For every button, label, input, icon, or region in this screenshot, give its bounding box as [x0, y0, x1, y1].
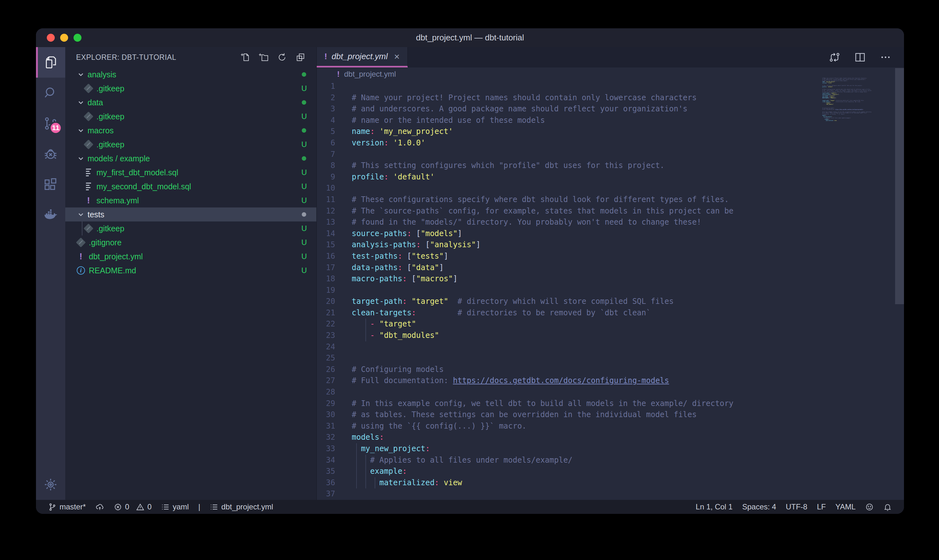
- split-editor-icon[interactable]: [854, 52, 866, 63]
- zoom-window-button[interactable]: [74, 34, 82, 42]
- code-line-8: 8# This setting configures which "profil…: [317, 160, 904, 171]
- code-line-31: 31# using the `{{ config(...) }}` macro.: [317, 421, 904, 432]
- linter-dbt-project[interactable]: dbt_project.yml: [210, 502, 273, 511]
- status-separator: |: [198, 502, 200, 511]
- minimize-window-button[interactable]: [60, 34, 68, 42]
- code-line-18: 18macro-paths: ["macros"]: [317, 273, 904, 285]
- open-changes-icon[interactable]: [829, 52, 840, 63]
- problems-indicator[interactable]: 0 0: [114, 502, 152, 511]
- minimap[interactable]: # Name your project! Project names shoul…: [822, 76, 894, 274]
- tree-item-my-second-dbt-model-sql[interactable]: my_second_dbt_model.sqlU: [65, 180, 316, 194]
- chevron-down-icon: [76, 211, 86, 218]
- tree-item-data[interactable]: data: [65, 95, 316, 109]
- tab-close-icon[interactable]: ×: [394, 51, 400, 62]
- line-number: 11: [317, 194, 335, 206]
- code-line-35: 35 example:: [317, 466, 904, 477]
- notifications-bell-icon[interactable]: [883, 503, 892, 511]
- activity-search[interactable]: [36, 78, 65, 108]
- tree-item-label: .gitkeep: [97, 224, 125, 233]
- activity-bar: 11: [36, 47, 65, 500]
- tree-item--gitkeep[interactable]: .gitkeepU: [65, 82, 316, 95]
- activity-debug[interactable]: [36, 139, 65, 169]
- language-mode[interactable]: YAML: [835, 502, 856, 511]
- code-line-12: 12# The `source-paths` config, for examp…: [317, 206, 904, 217]
- editor-group: ! dbt_project.yml × ! dbt_project.yml 12…: [317, 47, 904, 500]
- git-untracked-badge: U: [302, 168, 307, 177]
- tree-item-my-first-dbt-model-sql[interactable]: my_first_dbt_model.sqlU: [65, 165, 316, 180]
- linter-yaml[interactable]: yaml: [161, 502, 189, 511]
- tree-item--gitkeep[interactable]: .gitkeepU: [65, 109, 316, 123]
- close-window-button[interactable]: [47, 34, 55, 42]
- titlebar: dbt_project.yml — dbt-tutorial: [36, 28, 904, 47]
- git-file-icon: [83, 111, 93, 121]
- tab-dbt-project-yml[interactable]: ! dbt_project.yml ×: [317, 47, 408, 68]
- tree-item--gitkeep[interactable]: .gitkeepU: [65, 137, 316, 151]
- git-file-icon: [83, 139, 93, 149]
- line-number: 20: [317, 296, 335, 308]
- tree-item-schema-yml[interactable]: !schema.ymlU: [65, 194, 316, 208]
- tree-item-models-example[interactable]: models / example: [65, 151, 316, 165]
- search-icon: [43, 86, 58, 100]
- code-line-27: 27# Full documentation: https://docs.get…: [317, 375, 904, 386]
- file-tree: analysis.gitkeepUdata.gitkeepUmacros.git…: [65, 68, 316, 500]
- indentation-setting[interactable]: Spaces: 4: [742, 502, 776, 511]
- activity-docker[interactable]: [36, 200, 65, 230]
- code-line-20: 20target-path: "target" # directory whic…: [317, 296, 904, 308]
- window-controls: [47, 34, 82, 42]
- activity-extensions[interactable]: [36, 169, 65, 200]
- tree-item-label: dbt_project.yml: [89, 252, 143, 261]
- chevron-down-icon: [76, 127, 86, 134]
- code-editor[interactable]: 12# Name your project! Project names sho…: [317, 81, 904, 500]
- line-number: 4: [317, 115, 335, 126]
- tree-item-dbt-project-yml[interactable]: !dbt_project.ymlU: [65, 249, 316, 263]
- tab-bar: ! dbt_project.yml ×: [317, 47, 904, 68]
- line-number: 25: [317, 352, 335, 364]
- code-line-19: 19: [317, 285, 904, 296]
- tab-label: dbt_project.yml: [332, 52, 388, 62]
- window-title: dbt_project.yml — dbt-tutorial: [416, 33, 524, 43]
- debug-icon: [43, 147, 58, 161]
- cursor-position[interactable]: Ln 1, Col 1: [696, 502, 733, 511]
- code-line-37: 37: [317, 488, 904, 500]
- more-actions-icon[interactable]: [880, 52, 891, 63]
- activity-source-control[interactable]: 11: [36, 108, 65, 139]
- git-untracked-badge: U: [302, 266, 307, 275]
- tree-item-macros[interactable]: macros: [65, 123, 316, 137]
- new-folder-icon[interactable]: [259, 52, 269, 62]
- line-number: 24: [317, 342, 335, 353]
- branch-icon: [48, 503, 57, 511]
- breadcrumb[interactable]: ! dbt_project.yml: [317, 68, 904, 81]
- tree-item-analysis[interactable]: analysis: [65, 68, 316, 82]
- explorer-sidebar: EXPLORER: DBT-TUTORIAL analysis.gitkeepU…: [65, 47, 317, 500]
- line-number: 34: [317, 455, 335, 466]
- activity-settings[interactable]: [36, 469, 65, 500]
- feedback-smiley-icon[interactable]: [865, 503, 874, 511]
- tree-item-readme-md[interactable]: iREADME.mdU: [65, 263, 316, 277]
- new-file-icon[interactable]: [240, 52, 250, 62]
- line-number: 27: [317, 375, 335, 386]
- refresh-icon[interactable]: [277, 52, 287, 62]
- checklist-icon: [161, 503, 170, 511]
- sql-file-icon: [86, 169, 91, 176]
- doc-link[interactable]: https://docs.getdbt.com/docs/configuring…: [453, 376, 669, 385]
- code-line-15: 15analysis-paths: ["analysis"]: [317, 239, 904, 251]
- editor-actions: [829, 47, 904, 68]
- tree-item--gitkeep[interactable]: .gitkeepU: [65, 222, 316, 235]
- branch-indicator[interactable]: master*: [48, 502, 86, 511]
- collapse-all-icon[interactable]: [296, 52, 306, 62]
- indent-guide: [356, 466, 357, 477]
- sync-indicator[interactable]: [95, 503, 104, 511]
- eol-setting[interactable]: LF: [817, 502, 826, 511]
- activity-explorer[interactable]: [36, 47, 65, 78]
- folder-status-dot: [302, 72, 306, 77]
- breadcrumb-file[interactable]: dbt_project.yml: [344, 70, 396, 78]
- line-number: 6: [317, 137, 335, 149]
- tree-item--gitignore[interactable]: .gitignoreU: [65, 235, 316, 249]
- editor-scrollbar[interactable]: [895, 68, 904, 304]
- code-line-32: 32models:: [317, 432, 904, 443]
- git-untracked-badge: U: [302, 196, 307, 205]
- tree-item-tests[interactable]: tests: [65, 208, 316, 222]
- code-line-37: [822, 121, 894, 123]
- code-line-26: 26# Configuring models: [317, 364, 904, 375]
- encoding-setting[interactable]: UTF-8: [785, 502, 807, 511]
